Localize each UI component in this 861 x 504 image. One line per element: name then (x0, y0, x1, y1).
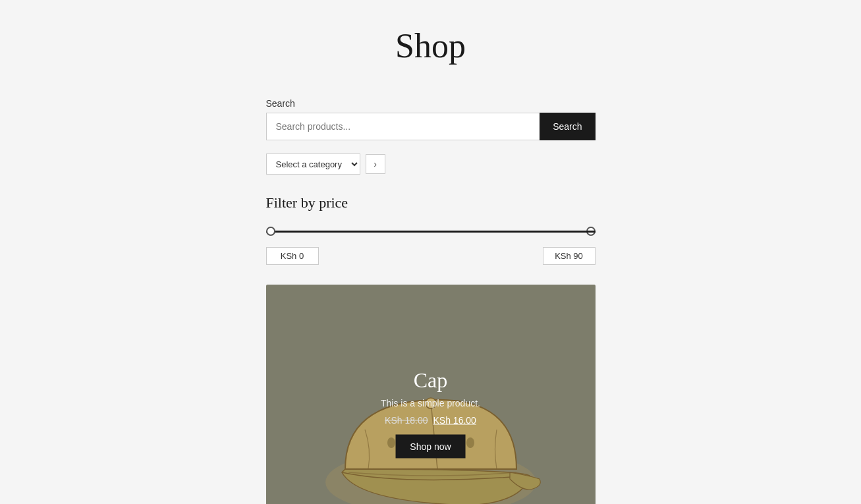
price-inputs-row: KSh 0 KSh 90 (266, 247, 596, 265)
product-image-area: Cap This is a simple product. KSh 18.00 … (266, 285, 596, 504)
price-slider-wrapper (266, 225, 596, 238)
price-max-display: KSh 90 (543, 247, 596, 265)
chevron-right-icon: › (374, 159, 377, 169)
product-overlay: Cap This is a simple product. KSh 18.00 … (381, 368, 480, 459)
shop-now-button[interactable]: Shop now (395, 435, 465, 459)
price-slider-min[interactable] (266, 231, 596, 233)
price-slider-container (266, 225, 596, 238)
category-select[interactable]: Select a category Caps Shirts Pants (266, 154, 360, 175)
filter-price-title: Filter by price (266, 194, 596, 211)
product-card: Cap This is a simple product. KSh 18.00 … (266, 285, 596, 504)
category-row: Select a category Caps Shirts Pants › (266, 154, 596, 175)
product-name: Cap (381, 368, 480, 393)
filter-price-section: Filter by price KSh 0 KSh 90 (266, 194, 596, 265)
search-input[interactable] (266, 113, 540, 140)
product-prices: KSh 18.00 KSh 16.00 (381, 415, 480, 426)
price-original: KSh 18.00 (385, 415, 428, 426)
product-description: This is a simple product. (381, 398, 480, 408)
shop-content: Search Search Select a category Caps Shi… (266, 98, 596, 504)
price-sale: KSh 16.00 (433, 415, 476, 426)
category-next-button[interactable]: › (366, 154, 385, 174)
search-button[interactable]: Search (540, 113, 595, 140)
page-wrapper: Shop Search Search Select a category Cap… (0, 0, 861, 504)
search-section: Search Search (266, 98, 596, 140)
search-row: Search (266, 113, 596, 140)
search-label: Search (266, 98, 596, 109)
price-min-display: KSh 0 (266, 247, 319, 265)
page-title: Shop (395, 26, 466, 65)
price-slider-max[interactable] (266, 231, 596, 233)
